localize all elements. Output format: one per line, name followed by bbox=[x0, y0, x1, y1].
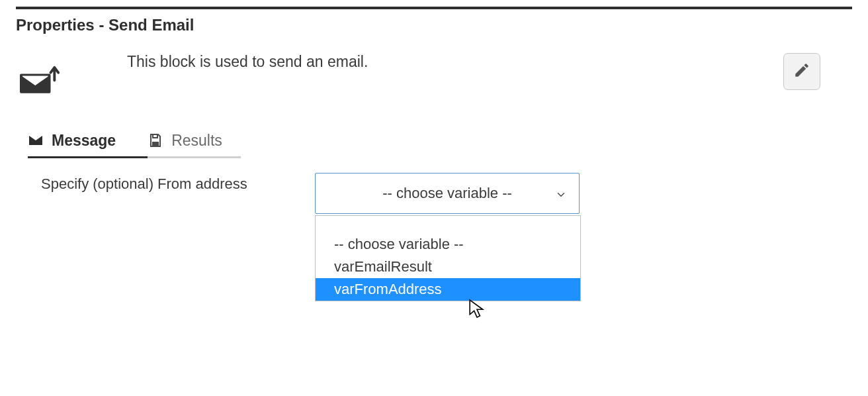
dropdown-option-placeholder[interactable]: -- choose variable -- bbox=[316, 233, 580, 256]
send-email-icon bbox=[20, 65, 61, 99]
tab-results-label: Results bbox=[171, 132, 222, 150]
save-icon bbox=[148, 132, 163, 148]
panel-description: This block is used to send an email. bbox=[127, 53, 783, 71]
tab-results[interactable]: Results bbox=[148, 132, 241, 158]
from-address-selected-value: -- choose variable -- bbox=[382, 185, 512, 202]
from-address-label: Specify (optional) From address bbox=[41, 173, 315, 193]
from-address-select[interactable]: -- choose variable -- bbox=[315, 173, 580, 214]
panel-title: Properties - Send Email bbox=[16, 16, 852, 34]
tabs: Message Results bbox=[28, 132, 852, 158]
edit-button[interactable] bbox=[783, 53, 820, 90]
pencil-icon bbox=[793, 62, 810, 81]
dropdown-option-varemailresult[interactable]: varEmailResult bbox=[316, 256, 580, 278]
envelope-icon bbox=[28, 132, 44, 148]
tab-message-label: Message bbox=[52, 132, 116, 150]
dropdown-padding bbox=[316, 216, 580, 233]
tab-message[interactable]: Message bbox=[28, 132, 148, 158]
dropdown-option-varfromaddress[interactable]: varFromAddress bbox=[316, 278, 580, 301]
mouse-cursor-icon bbox=[468, 299, 486, 319]
top-divider bbox=[16, 7, 852, 9]
from-address-dropdown: -- choose variable -- varEmailResult var… bbox=[315, 215, 581, 301]
chevron-down-icon bbox=[555, 187, 567, 199]
